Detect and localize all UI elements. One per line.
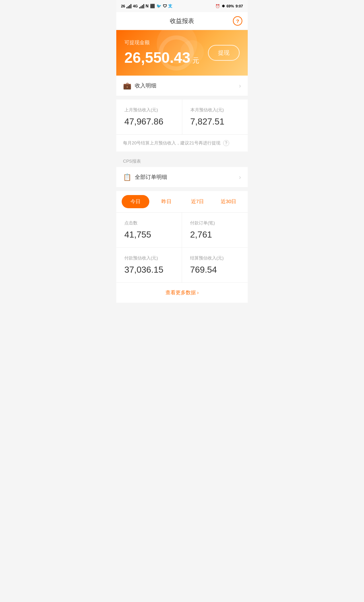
page-title: 收益报表: [170, 17, 194, 25]
this-month-value: 7,827.51: [190, 116, 240, 127]
battery-label: 69%: [226, 4, 234, 8]
order-detail-icon: 📋: [123, 173, 131, 181]
income-detail-label: 收入明细: [135, 82, 239, 89]
notice-help-button[interactable]: ?: [223, 140, 229, 146]
last-month-label: 上月预估收入(元): [124, 107, 174, 113]
data-grid: 点击数 41,755 付款订单(笔) 2,761 付款预估收入(元) 37,03…: [116, 213, 248, 282]
notification-icon: ⬛: [150, 4, 155, 8]
tabs-row: 今日 昨日 近7日 近30日: [116, 191, 248, 213]
withdraw-button[interactable]: 提现: [208, 45, 240, 61]
notice-text: 每月20号结算上月预估收入，建议21号再进行提现: [123, 140, 220, 146]
more-link-chevron: ›: [197, 290, 199, 295]
data-cell-payment-income: 付款预估收入(元) 37,036.15: [116, 248, 182, 282]
order-detail-arrow: ›: [239, 174, 241, 181]
cps-section-header: CPS报表: [116, 154, 248, 167]
carrier-label: 26: [121, 4, 125, 8]
more-link-section: 查看更多数据 ›: [116, 282, 248, 303]
nfc-icon: N: [146, 4, 149, 8]
pay-icon: 支: [168, 3, 172, 9]
more-link-label: 查看更多数据: [165, 290, 196, 295]
order-detail-label: 全部订单明细: [135, 174, 239, 181]
last-month-cell: 上月预估收入(元) 47,967.86: [116, 100, 182, 134]
tab-7days[interactable]: 近7日: [184, 195, 211, 208]
settled-income-label: 结算预估收入(元): [190, 255, 240, 261]
status-right: ⏰ ✱ 69% 9:07: [215, 4, 243, 8]
help-icon: ?: [236, 18, 239, 24]
tab-yesterday[interactable]: 昨日: [153, 195, 180, 208]
clicks-value: 41,755: [124, 229, 174, 240]
time-label: 9:07: [236, 4, 243, 8]
hero-banner: 可提现金额 26,550.43 元 提现: [116, 30, 248, 76]
tab-30days[interactable]: 近30日: [215, 195, 242, 208]
last-month-value: 47,967.86: [124, 116, 174, 127]
signal-bars-2: [139, 4, 144, 8]
orders-label: 付款订单(笔): [190, 220, 240, 226]
nav-bar: 收益报表 ?: [116, 12, 248, 30]
network-type: 4G: [133, 4, 138, 8]
data-cell-clicks: 点击数 41,755: [116, 213, 182, 248]
status-bar: 26 4G N ⬛ 🐦 🛡 支 ⏰ ✱ 69% 9:07: [116, 0, 248, 12]
payment-income-value: 37,036.15: [124, 265, 174, 275]
settled-income-value: 769.54: [190, 265, 240, 275]
this-month-cell: 本月预估收入(元) 7,827.51: [182, 100, 248, 134]
bird-icon: 🐦: [156, 4, 161, 8]
alarm-icon: ⏰: [215, 4, 220, 8]
income-detail-arrow: ›: [239, 82, 241, 89]
stats-grid: 上月预估收入(元) 47,967.86 本月预估收入(元) 7,827.51: [116, 100, 248, 135]
notice-bar: 每月20号结算上月预估收入，建议21号再进行提现 ?: [116, 135, 248, 154]
help-button[interactable]: ?: [233, 16, 242, 26]
more-link[interactable]: 查看更多数据 ›: [165, 290, 199, 295]
shield-icon: 🛡: [163, 4, 167, 8]
bluetooth-icon: ✱: [222, 4, 225, 8]
signal-bars: [126, 4, 131, 8]
order-detail-row[interactable]: 📋 全部订单明细 ›: [116, 167, 248, 188]
spacer-1: [116, 96, 248, 100]
payment-income-label: 付款预估收入(元): [124, 255, 174, 261]
income-detail-row[interactable]: 💼 收入明细 ›: [116, 76, 248, 96]
spacer-2: [116, 188, 248, 191]
tab-today[interactable]: 今日: [122, 195, 149, 208]
data-cell-settled-income: 结算预估收入(元) 769.54: [182, 248, 248, 282]
income-detail-icon: 💼: [123, 82, 131, 90]
clicks-label: 点击数: [124, 220, 174, 226]
orders-value: 2,761: [190, 229, 240, 240]
status-left: 26 4G N ⬛ 🐦 🛡 支: [121, 3, 172, 9]
this-month-label: 本月预估收入(元): [190, 107, 240, 113]
data-cell-orders: 付款订单(笔) 2,761: [182, 213, 248, 248]
